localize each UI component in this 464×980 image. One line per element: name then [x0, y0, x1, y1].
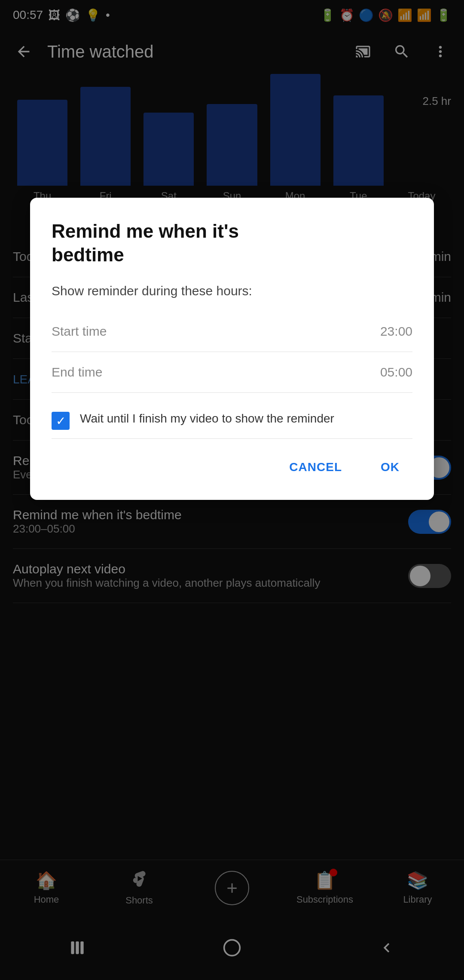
dialog-subtitle: Show reminder during these hours:: [52, 284, 412, 298]
start-time-value: 23:00: [380, 324, 412, 339]
end-time-label: End time: [52, 365, 102, 380]
start-time-label: Start time: [52, 324, 107, 339]
ok-button[interactable]: OK: [368, 452, 412, 483]
wait-checkbox[interactable]: ✓: [52, 412, 70, 430]
dialog-buttons: CANCEL OK: [52, 452, 412, 483]
checkbox-row[interactable]: ✓ Wait until I finish my video to show t…: [52, 393, 412, 439]
bedtime-dialog: Remind me when it'sbedtime Show reminder…: [30, 198, 434, 500]
cancel-button[interactable]: CANCEL: [276, 452, 355, 483]
end-time-row[interactable]: End time 05:00: [52, 352, 412, 393]
start-time-row[interactable]: Start time 23:00: [52, 311, 412, 352]
checkbox-label: Wait until I finish my video to show the…: [80, 410, 334, 427]
end-time-value: 05:00: [380, 365, 412, 380]
dialog-title: Remind me when it'sbedtime: [52, 219, 412, 266]
